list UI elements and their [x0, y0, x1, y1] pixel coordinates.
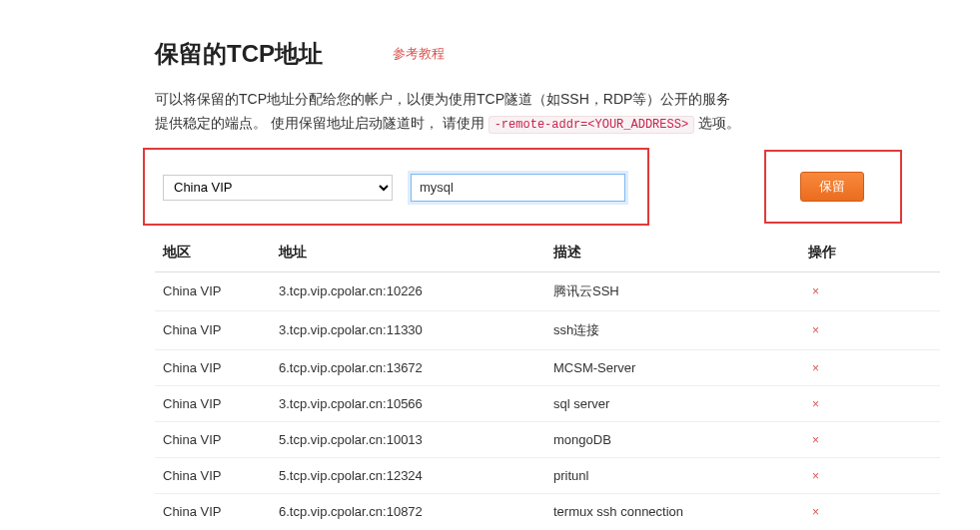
desc-line2-prefix: 提供稳定的端点。 使用保留地址启动隧道时， 请使用: [155, 115, 489, 131]
table-row: China VIP5.tcp.vip.cpolar.cn:10013mongoD…: [155, 421, 940, 457]
cell-description: pritunl: [545, 457, 800, 493]
cell-region: China VIP: [155, 493, 271, 529]
region-select[interactable]: China VIP: [163, 175, 393, 201]
page-title: 保留的TCP地址: [155, 38, 323, 70]
cell-address: 5.tcp.vip.cpolar.cn:10013: [271, 421, 545, 457]
desc-line1: 可以将保留的TCP地址分配给您的帐户，以便为使用TCP隧道（如SSH，RDP等）…: [155, 91, 730, 107]
delete-icon[interactable]: ×: [808, 505, 819, 519]
cell-action: ×: [800, 421, 940, 457]
table-row: China VIP3.tcp.vip.cpolar.cn:11330ssh连接×: [155, 310, 940, 349]
reserved-addresses-table: 地区 地址 描述 操作 China VIP3.tcp.vip.cpolar.cn…: [155, 234, 940, 529]
remote-addr-code: -remote-addr=<YOUR_ADDRESS>: [489, 116, 694, 134]
cell-region: China VIP: [155, 421, 271, 457]
delete-icon[interactable]: ×: [808, 433, 819, 447]
cell-address: 6.tcp.vip.cpolar.cn:10872: [271, 493, 545, 529]
cell-action: ×: [800, 493, 940, 529]
cell-address: 3.tcp.vip.cpolar.cn:10566: [271, 385, 545, 421]
cell-action: ×: [800, 310, 940, 349]
cell-description: sql server: [545, 385, 800, 421]
table-row: China VIP3.tcp.vip.cpolar.cn:10226腾讯云SSH…: [155, 271, 940, 310]
table-row: China VIP6.tcp.vip.cpolar.cn:10872termux…: [155, 493, 940, 529]
cell-address: 3.tcp.vip.cpolar.cn:10226: [271, 271, 545, 310]
cell-description: ssh连接: [545, 310, 800, 349]
delete-icon[interactable]: ×: [808, 469, 819, 483]
delete-icon[interactable]: ×: [808, 284, 819, 298]
cell-region: China VIP: [155, 385, 271, 421]
cell-description: termux ssh connection: [545, 493, 800, 529]
cell-action: ×: [800, 349, 940, 385]
delete-icon[interactable]: ×: [808, 323, 819, 337]
reserve-form-row: China VIP 保留: [155, 148, 940, 226]
th-action: 操作: [800, 234, 940, 272]
cell-description: MCSM-Server: [545, 349, 800, 385]
delete-icon[interactable]: ×: [808, 361, 819, 375]
cell-action: ×: [800, 271, 940, 310]
cell-region: China VIP: [155, 349, 271, 385]
cell-region: China VIP: [155, 271, 271, 310]
highlight-box-button: 保留: [764, 150, 902, 224]
cell-address: 5.tcp.vip.cpolar.cn:12324: [271, 457, 545, 493]
highlight-box-inputs: China VIP: [143, 148, 649, 226]
th-description: 描述: [545, 234, 800, 272]
cell-action: ×: [800, 385, 940, 421]
cell-description: 腾讯云SSH: [545, 271, 800, 310]
cell-region: China VIP: [155, 457, 271, 493]
reserve-button[interactable]: 保留: [800, 172, 864, 202]
cell-description: mongoDB: [545, 421, 800, 457]
desc-line2-suffix: 选项。: [694, 115, 740, 131]
tutorial-link[interactable]: 参考教程: [393, 45, 445, 63]
table-row: China VIP5.tcp.vip.cpolar.cn:12324pritun…: [155, 457, 940, 493]
cell-address: 3.tcp.vip.cpolar.cn:11330: [271, 310, 545, 349]
cell-address: 6.tcp.vip.cpolar.cn:13672: [271, 349, 545, 385]
table-row: China VIP6.tcp.vip.cpolar.cn:13672MCSM-S…: [155, 349, 940, 385]
th-region: 地区: [155, 234, 271, 272]
page-description: 可以将保留的TCP地址分配给您的帐户，以便为使用TCP隧道（如SSH，RDP等）…: [155, 88, 940, 136]
delete-icon[interactable]: ×: [808, 397, 819, 411]
th-address: 地址: [271, 234, 545, 272]
table-row: China VIP3.tcp.vip.cpolar.cn:10566sql se…: [155, 385, 940, 421]
description-input[interactable]: [411, 174, 625, 202]
cell-action: ×: [800, 457, 940, 493]
cell-region: China VIP: [155, 310, 271, 349]
